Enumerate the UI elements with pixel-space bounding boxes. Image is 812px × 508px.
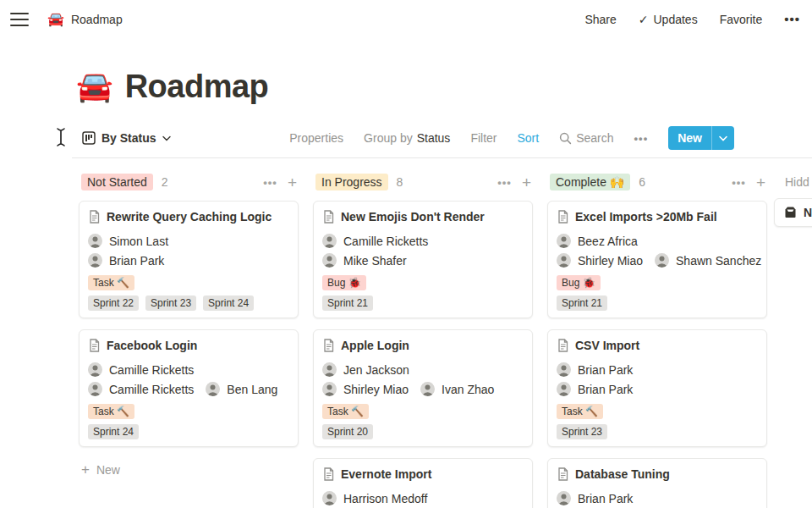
avatar (322, 362, 337, 377)
search-label: Search (576, 131, 613, 145)
hidden-group-card[interactable]: N (774, 198, 812, 227)
card-list: Excel Imports >20Mb Fail Beez AfricaShir… (547, 201, 767, 508)
sprint-tag-badge: Sprint 22 (88, 295, 139, 311)
group-badge[interactable]: In Progress (315, 174, 388, 190)
person-name: Camille Ricketts (343, 235, 428, 248)
board-column: Complete 🙌 6 ••• + Excel Imports >20Mb F… (547, 172, 767, 508)
person-row: Camille RickettsBen Lang (88, 379, 289, 399)
hidden-group-label: N (804, 206, 812, 219)
sprint-tag-badge: Sprint 23 (557, 424, 607, 439)
favorite-button[interactable]: Favorite (720, 13, 763, 26)
group-add-icon[interactable]: + (522, 174, 531, 190)
board-card[interactable]: Evernote Import Harrison Medoff (313, 458, 533, 508)
card-body: Camille RickettsCamille RickettsBen Lang… (88, 360, 289, 439)
avatar (557, 491, 571, 505)
sort-button[interactable]: Sort (518, 131, 540, 145)
board-card[interactable]: Database Tuning Brian Park (547, 458, 767, 508)
person-name: Brian Park (578, 363, 633, 377)
avatar (88, 382, 102, 396)
column-header: Complete 🙌 6 ••• + (547, 172, 767, 192)
person-row: Brian Park (557, 379, 758, 399)
sprint-tag-badge: Sprint 21 (557, 295, 607, 311)
board-column: In Progress 8 ••• + New Emojis Don't Ren… (313, 172, 533, 508)
person-row: Brian Park (557, 489, 758, 508)
avatar (322, 491, 337, 505)
group-count: 6 (639, 175, 645, 189)
hidden-columns-section: Hidd N (782, 172, 812, 227)
page-icon (557, 467, 569, 481)
board-card[interactable]: New Emojis Don't Render Camille Ricketts… (313, 201, 533, 318)
sprint-tag-badge: Sprint 24 (203, 295, 254, 311)
type-tag-badge: Task 🔨 (88, 275, 134, 290)
group-count: 8 (397, 175, 403, 189)
card-body: Simon LastBrian ParkTask 🔨Sprint 22Sprin… (88, 231, 289, 311)
person-row: Simon Last (88, 231, 289, 251)
avatar (322, 382, 337, 396)
new-button[interactable]: New (668, 126, 734, 150)
avatar (88, 362, 102, 377)
board-column: Not Started 2 ••• + Rewrite Query Cachin… (79, 172, 299, 482)
updates-button[interactable]: ✓ Updates (639, 13, 698, 26)
group-by-prefix: Group by (364, 131, 413, 145)
add-card-button[interactable]: + New (79, 458, 299, 482)
person-row: Brian Park (88, 251, 289, 270)
avatar (557, 362, 571, 377)
board-card[interactable]: CSV Import Brian ParkBrian ParkTask 🔨Spr… (547, 329, 767, 447)
card-body: Harrison Medoff (322, 489, 524, 508)
card-body: Beez AfricaShirley MiaoShawn SanchezBug … (557, 231, 758, 311)
person-row: Harrison Medoff (322, 489, 524, 508)
type-tag-badge: Task 🔨 (88, 404, 134, 419)
hamburger-menu-icon[interactable] (10, 13, 29, 26)
avatar (557, 253, 571, 268)
view-toolbar: By Status Properties Group by Status Fil… (72, 126, 812, 158)
view-switcher[interactable]: By Status (82, 131, 171, 145)
properties-button[interactable]: Properties (289, 131, 343, 145)
more-options-icon[interactable]: ••• (784, 12, 800, 26)
share-button[interactable]: Share (584, 13, 616, 26)
person-name: Brian Park (109, 254, 164, 268)
toolbar-more-icon[interactable]: ••• (634, 132, 649, 145)
breadcrumb[interactable]: 🚘 Roadmap (47, 11, 123, 27)
group-badge[interactable]: Not Started (81, 174, 153, 190)
avatar (322, 253, 337, 268)
group-more-icon[interactable]: ••• (497, 176, 512, 189)
board-card[interactable]: Apple Login Jen JacksonShirley MiaoIvan … (313, 329, 533, 447)
search-button[interactable]: Search (559, 131, 613, 145)
sprint-tag-badge: Sprint 21 (322, 295, 373, 311)
group-badge[interactable]: Complete 🙌 (550, 174, 630, 190)
add-card-label: New (96, 463, 120, 477)
board-card[interactable]: Facebook Login Camille RickettsCamille R… (79, 329, 299, 447)
person-row: Camille Ricketts (322, 231, 524, 251)
page-icon (322, 210, 335, 224)
page-icon (88, 210, 101, 224)
card-body: Brian ParkBrian ParkTask 🔨Sprint 23 (557, 360, 758, 439)
person-name: Camille Ricketts (109, 363, 194, 377)
group-more-icon[interactable]: ••• (732, 176, 746, 189)
board-card[interactable]: Excel Imports >20Mb Fail Beez AfricaShir… (547, 201, 767, 318)
group-by-button[interactable]: Group by Status (364, 131, 450, 145)
breadcrumb-title: Roadmap (71, 13, 123, 26)
new-button-label: New (668, 126, 711, 150)
person-name: Mike Shafer (343, 254, 407, 268)
page-title[interactable]: Roadmap (125, 66, 269, 107)
filter-button[interactable]: Filter (470, 131, 497, 145)
person-name: Harrison Medoff (343, 492, 427, 505)
sprint-tag-badge: Sprint 20 (322, 424, 373, 439)
hidden-columns-toggle[interactable]: Hidd (782, 172, 812, 192)
avatar (420, 382, 435, 396)
group-more-icon[interactable]: ••• (263, 176, 277, 189)
board-card[interactable]: Rewrite Query Caching Logic Simon LastBr… (79, 201, 299, 318)
person-row: Mike Shafer (322, 251, 524, 270)
group-add-icon[interactable]: + (288, 174, 297, 190)
new-chevron-down-icon[interactable] (712, 126, 734, 150)
inbox-icon (783, 206, 798, 219)
group-add-icon[interactable]: + (756, 174, 765, 190)
column-header: In Progress 8 ••• + (313, 172, 533, 192)
avatar (206, 382, 220, 396)
type-tag-badge: Task 🔨 (557, 404, 603, 419)
card-title-text: Evernote Import (341, 466, 431, 483)
avatar (655, 253, 669, 268)
card-title-text: Apple Login (341, 337, 409, 354)
person-name: Shirley Miao (343, 383, 409, 396)
person-row: Brian Park (557, 360, 758, 379)
